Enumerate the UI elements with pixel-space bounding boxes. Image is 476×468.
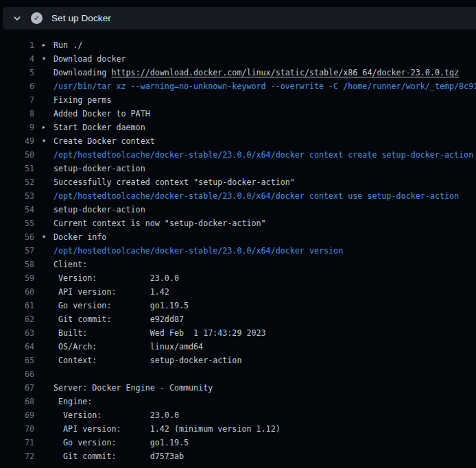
marker-spacer	[34, 312, 53, 326]
log-text: Create Docker context	[53, 134, 155, 148]
line-number[interactable]: 72	[0, 449, 34, 463]
log-line: 71 Go version: go1.19.5	[0, 436, 476, 449]
log-text: Client:	[53, 258, 87, 271]
line-number[interactable]: 50	[0, 148, 34, 162]
marker-spacer	[34, 408, 53, 422]
line-number[interactable]: 53	[0, 189, 34, 203]
log-line: 4▼Download docker	[0, 52, 476, 66]
line-number[interactable]: 71	[0, 436, 34, 449]
step-header[interactable]: ✓ Set up Docker	[3, 7, 476, 29]
log-line: 62 Git commit: e92dd87	[0, 312, 476, 326]
marker-spacer	[34, 436, 53, 449]
log-line: 6/usr/bin/tar xz --warning=no-unknown-ke…	[0, 79, 476, 93]
marker-spacer	[34, 271, 53, 285]
log-line: 5Downloading https://download.docker.com…	[0, 66, 476, 79]
marker-spacer	[34, 162, 53, 175]
marker-spacer	[34, 93, 53, 107]
line-number[interactable]: 51	[0, 162, 34, 175]
line-number[interactable]: 66	[0, 367, 34, 381]
group-expanded-icon[interactable]: ▼	[34, 230, 53, 244]
log-text: Go version: go1.19.5	[53, 436, 189, 449]
log-line: 49▼Create Docker context	[0, 134, 476, 148]
log-lines: 1▶Run ./4▼Download docker5Downloading ht…	[0, 38, 476, 463]
log-text: Context: setup-docker-action	[53, 354, 241, 367]
line-number[interactable]: 58	[0, 258, 34, 271]
log-line: 58Client:	[0, 258, 476, 271]
marker-spacer	[34, 395, 53, 408]
log-line: 51setup-docker-action	[0, 162, 476, 175]
marker-spacer	[34, 258, 53, 271]
log-command-text: /opt/hostedtoolcache/docker-stable/23.0.…	[53, 189, 459, 203]
log-line: 56▼Docker info	[0, 230, 476, 244]
log-text: Server: Docker Engine - Community	[53, 381, 213, 395]
line-number[interactable]: 56	[0, 230, 34, 244]
marker-spacer	[34, 217, 53, 230]
log-line: 57/opt/hostedtoolcache/docker-stable/23.…	[0, 244, 476, 258]
log-text: Built: Wed Feb 1 17:43:29 2023	[53, 326, 266, 340]
line-number[interactable]: 63	[0, 326, 34, 340]
log-text: Added Docker to PATH	[53, 107, 150, 121]
line-number[interactable]: 65	[0, 354, 34, 367]
marker-spacer	[34, 79, 53, 93]
marker-spacer	[34, 381, 53, 395]
line-number[interactable]: 60	[0, 285, 34, 299]
marker-spacer	[34, 340, 53, 354]
line-number[interactable]: 61	[0, 299, 34, 312]
log-line: 8Added Docker to PATH	[0, 107, 476, 121]
marker-spacer	[34, 244, 53, 258]
line-number[interactable]: 8	[0, 107, 34, 121]
marker-spacer	[34, 107, 53, 121]
log-line: 7Fixing perms	[0, 93, 476, 107]
marker-spacer	[34, 299, 53, 312]
line-number[interactable]: 1	[0, 38, 34, 52]
chevron-down-icon[interactable]	[12, 13, 23, 24]
line-number[interactable]: 49	[0, 134, 34, 148]
check-circle-icon: ✓	[31, 12, 43, 24]
group-collapsed-icon[interactable]: ▶	[34, 121, 53, 134]
log-text: Version: 23.0.0	[53, 271, 179, 285]
line-number[interactable]: 52	[0, 175, 34, 189]
log-command-text: /opt/hostedtoolcache/docker-stable/23.0.…	[53, 244, 343, 258]
log-line: 50/opt/hostedtoolcache/docker-stable/23.…	[0, 148, 476, 162]
group-expanded-icon[interactable]: ▼	[34, 52, 53, 66]
log-line: 59 Version: 23.0.0	[0, 271, 476, 285]
log-line: 54setup-docker-action	[0, 203, 476, 217]
log-text: Successfully created context "setup-dock…	[53, 175, 295, 189]
line-number[interactable]: 59	[0, 271, 34, 285]
log-text: setup-docker-action	[53, 203, 145, 217]
log-text: Version: 23.0.0	[53, 408, 179, 422]
group-expanded-icon[interactable]: ▼	[34, 134, 53, 148]
download-url-link[interactable]: https://download.docker.com/linux/static…	[111, 68, 459, 77]
marker-spacer	[34, 354, 53, 367]
line-number[interactable]: 64	[0, 340, 34, 354]
line-number[interactable]: 5	[0, 66, 34, 79]
log-text: Downloading	[53, 68, 111, 77]
log-command-text: /opt/hostedtoolcache/docker-stable/23.0.…	[53, 148, 473, 162]
marker-spacer	[34, 285, 53, 299]
log-text: Fixing perms	[53, 93, 111, 107]
line-number[interactable]: 6	[0, 79, 34, 93]
log-line: 1▶Run ./	[0, 38, 476, 52]
log-text: Current context is now "setup-docker-act…	[53, 217, 266, 230]
line-number[interactable]: 70	[0, 422, 34, 436]
log-line: 69 Version: 23.0.0	[0, 408, 476, 422]
log-line: 64 OS/Arch: linux/amd64	[0, 340, 476, 354]
group-collapsed-icon[interactable]: ▶	[34, 38, 53, 52]
log-line: 63 Built: Wed Feb 1 17:43:29 2023	[0, 326, 476, 340]
log-text: API version: 1.42 (minimum version 1.12)	[53, 422, 281, 436]
line-number[interactable]: 69	[0, 408, 34, 422]
line-number[interactable]: 54	[0, 203, 34, 217]
log-text: Run ./	[53, 38, 82, 52]
line-number[interactable]: 9	[0, 121, 34, 134]
line-number[interactable]: 62	[0, 312, 34, 326]
line-number[interactable]: 55	[0, 217, 34, 230]
line-number[interactable]: 4	[0, 52, 34, 66]
log-command-text: /usr/bin/tar xz --warning=no-unknown-key…	[53, 79, 476, 93]
line-number[interactable]: 67	[0, 381, 34, 395]
line-number[interactable]: 57	[0, 244, 34, 258]
line-number[interactable]: 7	[0, 93, 34, 107]
log-line: 65 Context: setup-docker-action	[0, 354, 476, 367]
log-text: OS/Arch: linux/amd64	[53, 340, 203, 354]
log-text: Docker info	[53, 230, 106, 244]
line-number[interactable]: 68	[0, 395, 34, 408]
